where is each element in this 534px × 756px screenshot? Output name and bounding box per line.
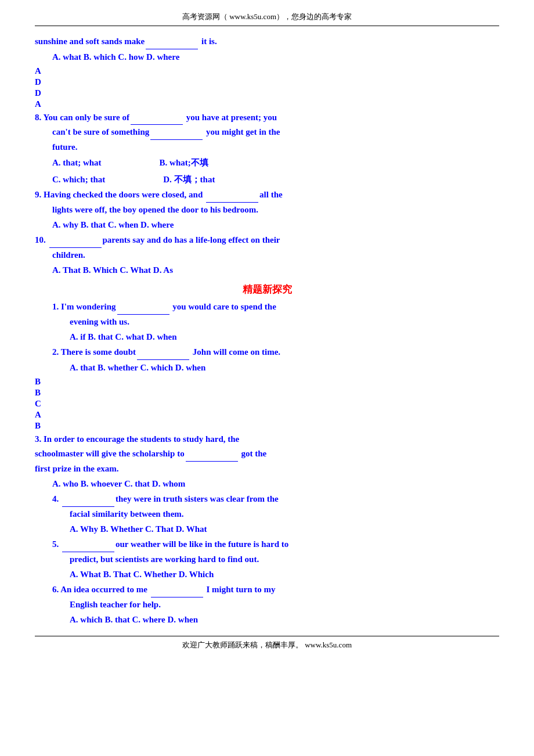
answer-c: C [35, 399, 499, 409]
q8-text2b: you might get in the [204, 127, 280, 136]
page-header: 高考资源网（ www.ks5u.com），您身边的高考专家 [35, 12, 499, 26]
p5-text1b: our weather will be like in the future i… [116, 539, 288, 549]
answer-a2: A [35, 99, 499, 109]
p4-num: 4. [52, 494, 61, 503]
blank-q8b [150, 139, 203, 140]
main-content: sunshine and soft sands make it is. A. w… [35, 34, 499, 628]
answer-b2: B [35, 388, 499, 398]
page-footer: 欢迎广大教师踊跃来稿，稿酬丰厚。 www.ks5u.com [35, 636, 499, 650]
q8-line3: future. [52, 140, 499, 155]
answer-b3: B [35, 421, 499, 431]
header-text: 高考资源网（ www.ks5u.com），您身边的高考专家 [182, 12, 352, 21]
p6-line1: 6. An idea occurred to me I might turn t… [52, 582, 499, 597]
q8-text1: 8. You can only be sure of [35, 113, 129, 122]
intro-text1b: it is. [199, 37, 217, 46]
p2-text1b: John will come on time. [190, 347, 280, 357]
q9-text1: 9. Having checked the doors were closed,… [35, 190, 205, 199]
p3-line3: first prize in the exam. [35, 462, 499, 477]
p2-options: A. that B. whether C. which D. when [70, 360, 499, 376]
q10-num: 10. [35, 235, 48, 244]
p1-text1b: you would care to spend the [171, 302, 276, 311]
q10-text1b: parents say and do has a life-long effec… [103, 235, 280, 244]
p4-options: A. Why B. Whether C. That D. What [70, 521, 499, 537]
answer-a1: A [35, 66, 499, 76]
q8-opt2: B. what;不填 [160, 154, 208, 171]
answer-d2: D [35, 88, 499, 98]
blank-p3 [186, 461, 238, 462]
p6-line2: English teacher for help. [70, 597, 499, 613]
q9-line1: 9. Having checked the doors were closed,… [35, 188, 499, 203]
intro-options: A. what B. which C. how D. where [52, 49, 499, 65]
p1-line2: evening with us. [70, 315, 499, 330]
p4-line2: facial similarity between them. [70, 507, 499, 522]
section-title: 精题新探究 [35, 283, 499, 296]
p4-text1b: they were in truth sisters was clear fro… [116, 494, 279, 503]
p5-options: A. What B. That C. Whether D. Which [70, 567, 499, 582]
p6-text1: 6. An idea occurred to me [52, 585, 150, 594]
intro-line: sunshine and soft sands make it is. [35, 34, 499, 49]
p3-options: A. who B. whoever C. that D. whom [52, 476, 499, 492]
answer-b1: B [35, 377, 499, 387]
q10-line1: 10. parents say and do has a life-long e… [35, 233, 499, 248]
p1-line1: 1. I'm wondering you would care to spend… [52, 300, 499, 315]
q9-text1b: all the [259, 190, 283, 199]
q8-text3: future. [52, 142, 77, 152]
p5-line1: 5. our weather will be like in the futur… [52, 537, 499, 552]
p6-text1b: I might turn to my [204, 585, 276, 594]
q8-opt3: C. which; that [52, 171, 105, 188]
p3-text2b: got the [239, 449, 267, 458]
p4-line1: 4. they were in truth sisters was clear … [52, 492, 499, 507]
p5-line2: predict, but scientists are working hard… [70, 552, 499, 567]
q8-line1: 8. You can only be sure of you have at p… [35, 110, 499, 125]
intro-text1: sunshine and soft sands make [35, 37, 145, 46]
footer-text: 欢迎广大教师踊跃来稿，稿酬丰厚。 www.ks5u.com [182, 640, 352, 649]
p5-num: 5. [52, 539, 61, 549]
q8-text1b: you have at present; you [184, 113, 277, 122]
p6-options: A. which B. that C. where D. when [70, 612, 499, 628]
p3-line2: schoolmaster will give the scholarship t… [35, 447, 499, 462]
p2-line1: 2. There is some doubt John will come on… [52, 345, 499, 360]
q10-line2: children. [52, 248, 499, 263]
answer-a3: A [35, 410, 499, 420]
p1-text1: 1. I'm wondering [52, 302, 116, 311]
q8-opt1: A. that; what [52, 154, 102, 171]
p1-options: A. if B. that C. what D. when [70, 329, 499, 345]
q9-line2: lights were off, the boy opened the door… [52, 203, 499, 218]
q8-opt4: D. 不填；that [163, 171, 215, 188]
q8-text2: can't be sure of something [52, 127, 149, 136]
q9-options: A. why B. that C. when D. where [52, 217, 499, 233]
p2-text1: 2. There is some doubt [52, 347, 136, 357]
p3-text2: schoolmaster will give the scholarship t… [35, 449, 185, 458]
answer-d1: D [35, 77, 499, 87]
q8-line2: can't be sure of something you might get… [52, 125, 499, 140]
q10-options: A. That B. Which C. What D. As [52, 262, 499, 278]
p3-line1: 3. In order to encourage the students to… [35, 432, 499, 447]
